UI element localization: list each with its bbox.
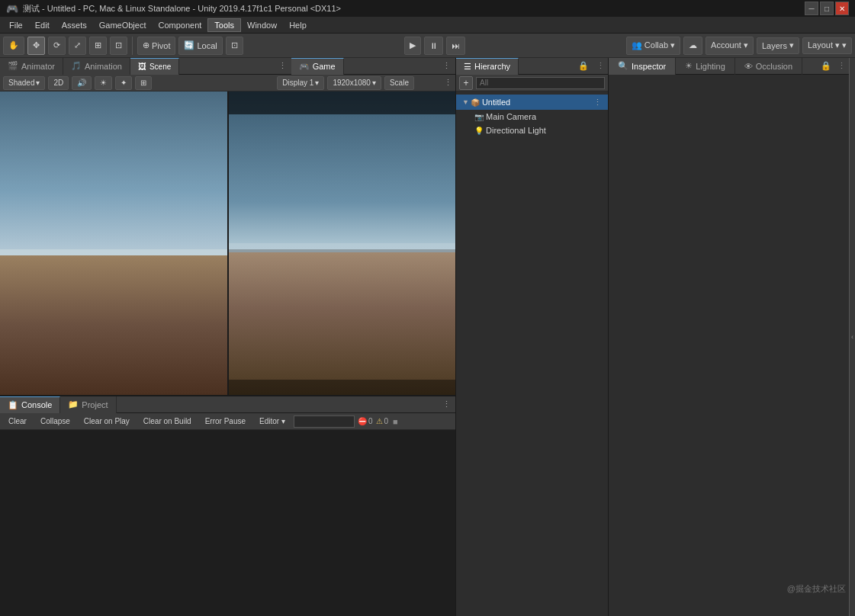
untitled-arrow: ▼ (462, 98, 469, 106)
tool-scale[interactable]: ⤢ (69, 37, 86, 55)
maximize-button[interactable]: □ (820, 2, 834, 15)
add-hierarchy-button[interactable]: + (459, 76, 473, 90)
tool-rotate[interactable]: ⟳ (48, 37, 66, 55)
inspector-label: Inspector (632, 62, 666, 71)
resolution-chevron: ▾ (372, 79, 376, 87)
menu-file[interactable]: File (3, 19, 29, 31)
menu-window[interactable]: Window (241, 19, 283, 31)
clear-on-play-button[interactable]: Clear on Play (79, 415, 135, 428)
error-pause-button[interactable]: Error Pause (200, 415, 251, 428)
clear-button[interactable]: Clear (3, 415, 32, 428)
tool-transform[interactable]: ⊡ (110, 37, 127, 55)
inspector-outer: 🔍 Inspector ☀ Lighting 👁 Occlusion 🔒 ⋮ (609, 58, 849, 616)
viewport-split (0, 91, 455, 395)
animator-icon: 🎬 (8, 61, 18, 71)
tab-console[interactable]: 📋 Console (0, 396, 60, 413)
menu-edit[interactable]: Edit (29, 19, 56, 31)
game-ground (229, 252, 456, 395)
local-icon: 🔄 (184, 40, 194, 50)
tab-project[interactable]: 📁 Project (60, 396, 116, 413)
tab-animation[interactable]: 🎵 Animation (63, 58, 130, 75)
tab-inspector[interactable]: 🔍 Inspector (609, 58, 676, 75)
untitled-kebab[interactable]: ⋮ (593, 98, 602, 107)
tab-game[interactable]: 🎮 Game (291, 58, 344, 75)
inspector-lock-area: 🔒 ⋮ (818, 61, 849, 71)
tab-lighting[interactable]: ☀ Lighting (676, 58, 735, 75)
shaded-dropdown[interactable]: Shaded ▾ (3, 76, 45, 90)
play-button[interactable]: ▶ (404, 37, 421, 55)
error-count: 0 (368, 417, 373, 425)
pause-button[interactable]: ⏸ (424, 37, 443, 55)
extras-button[interactable]: ⊞ (135, 76, 152, 90)
game-border-top (229, 91, 456, 114)
cloud-button[interactable]: ☁ (683, 37, 702, 55)
collapse-button[interactable]: Collapse (35, 415, 76, 428)
error-badge: ⛔ 0 (358, 417, 373, 425)
menu-tools[interactable]: Tools (207, 18, 241, 32)
menu-assets[interactable]: Assets (56, 19, 93, 31)
close-button[interactable]: ✕ (835, 2, 849, 15)
hierarchy-panel: ☰ Hierarchy 🔒 ⋮ + ▼ (456, 58, 609, 616)
untitled-icon: 📦 (471, 98, 480, 107)
resolution-dropdown[interactable]: 1920x1080 ▾ (327, 76, 381, 90)
tab-hierarchy[interactable]: ☰ Hierarchy (456, 58, 519, 75)
tree-item-directional-light[interactable]: 💡 Directional Light (456, 124, 608, 137)
tree-item-main-camera[interactable]: 📷 Main Camera (456, 110, 608, 124)
game-icon: 🎮 (299, 62, 310, 72)
left-panel-header: 🎬 Animator 🎵 Animation 🖼 Scene ⋮ 🎮 Game (0, 58, 455, 75)
scale-button[interactable]: Scale (384, 76, 414, 90)
left-panel-kebab[interactable]: ⋮ (274, 61, 291, 71)
camera-label: Main Camera (486, 112, 536, 121)
toolbar-sep-1 (132, 37, 133, 55)
effect-button[interactable]: ✦ (115, 76, 132, 90)
tab-animator[interactable]: 🎬 Animator (0, 58, 63, 75)
tree-item-untitled[interactable]: ▼ 📦 Untitled ⋮ (456, 95, 608, 110)
tab-occlusion[interactable]: 👁 Occlusion (735, 58, 802, 75)
twod-button[interactable]: 2D (48, 76, 69, 90)
tab-scene[interactable]: 🖼 Scene (130, 58, 179, 75)
layout-dropdown[interactable]: Layout ▾ ▾ (802, 37, 852, 54)
collab-button[interactable]: 👥 Collab ▾ (626, 37, 680, 55)
console-search-input[interactable] (294, 415, 355, 428)
hierarchy-lock-icon[interactable]: 🔒 (575, 61, 592, 71)
console-content (0, 430, 455, 616)
center-button[interactable]: ⊡ (226, 37, 243, 55)
local-button[interactable]: 🔄 Local (178, 37, 222, 55)
tool-hand[interactable]: ✋ (3, 37, 24, 55)
viewport-area: 🎬 Animator 🎵 Animation 🖼 Scene ⋮ 🎮 Game (0, 58, 456, 616)
inspector-icon: 🔍 (618, 61, 628, 71)
console-icon: 📋 (8, 400, 18, 410)
minimize-button[interactable]: ─ (805, 2, 818, 15)
layers-dropdown[interactable]: Layers ▾ (757, 37, 799, 54)
step-button[interactable]: ⏭ (446, 37, 465, 55)
editor-dropdown[interactable]: Editor ▾ (254, 415, 291, 428)
speaker-button[interactable]: 🔊 (72, 76, 92, 90)
inspector-lock-icon[interactable]: 🔒 (818, 61, 834, 71)
menu-component[interactable]: Component (152, 19, 207, 31)
sun-button[interactable]: ☀ (95, 76, 112, 90)
scene-ground (0, 255, 227, 395)
tool-move[interactable]: ✥ (27, 37, 45, 55)
animation-icon: 🎵 (71, 61, 82, 71)
scale-label: Scale (390, 79, 409, 87)
game-border-bottom (229, 380, 456, 395)
scene-panel-icon: 🖼 (138, 62, 146, 71)
console-panel-kebab[interactable]: ⋮ (438, 399, 455, 409)
step-icon: ⏭ (452, 41, 460, 50)
pivot-button[interactable]: ⊕ Pivot (137, 37, 175, 55)
game-panel-kebab2[interactable]: ⋮ (444, 78, 452, 88)
menu-gameobject[interactable]: GameObject (93, 19, 153, 31)
animator-label: Animator (21, 62, 55, 71)
display-dropdown[interactable]: Display 1 ▾ (277, 76, 324, 90)
hierarchy-tree: ▼ 📦 Untitled ⋮ 📷 Main Camera 💡 Direction… (456, 91, 608, 616)
hierarchy-panel-kebab[interactable]: ⋮ (593, 61, 608, 71)
inspector-panel-kebab[interactable]: ⋮ (834, 61, 849, 71)
clear-on-build-button[interactable]: Clear on Build (138, 415, 197, 428)
pivot-label: Pivot (152, 41, 170, 50)
game-panel-kebab[interactable]: ⋮ (438, 61, 455, 71)
right-collapse-handle[interactable]: ‹ (849, 58, 855, 616)
tool-rect[interactable]: ⊞ (89, 37, 107, 55)
hierarchy-search-input[interactable] (476, 77, 605, 89)
menu-help[interactable]: Help (283, 19, 313, 31)
account-button[interactable]: Account ▾ (706, 37, 754, 55)
